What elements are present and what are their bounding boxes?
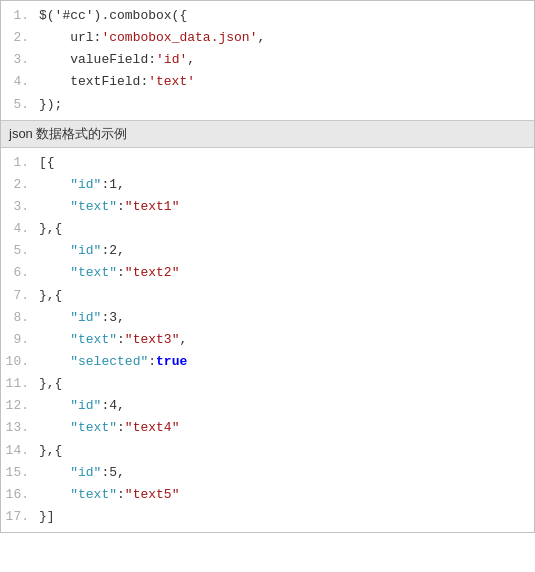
code-line: 1.[{ [1, 152, 534, 174]
line-content: url:'combobox_data.json', [39, 28, 265, 48]
line-content: }); [39, 95, 62, 115]
line-content: "text":"text1" [39, 197, 179, 217]
code-line: 10. "selected":true [1, 351, 534, 373]
line-content: "id":5, [39, 463, 125, 483]
line-content: },{ [39, 441, 62, 461]
line-number: 2. [1, 28, 39, 48]
line-number: 11. [1, 374, 39, 394]
code-line: 5. "id":2, [1, 240, 534, 262]
line-number: 1. [1, 6, 39, 26]
line-content: },{ [39, 219, 62, 239]
line-content: },{ [39, 286, 62, 306]
code-line: 5.}); [1, 94, 534, 116]
code-container: 1.$('#cc').combobox({2. url:'combobox_da… [0, 0, 535, 533]
code-line: 1.$('#cc').combobox({ [1, 5, 534, 27]
line-number: 1. [1, 153, 39, 173]
section2-code: 1.[{2. "id":1,3. "text":"text1"4.},{5. "… [1, 148, 534, 532]
line-number: 3. [1, 50, 39, 70]
code-line: 17.}] [1, 506, 534, 528]
line-content: $('#cc').combobox({ [39, 6, 187, 26]
line-content: "id":3, [39, 308, 125, 328]
line-number: 8. [1, 308, 39, 328]
line-content: }] [39, 507, 55, 527]
line-content: textField:'text' [39, 72, 195, 92]
code-line: 11.},{ [1, 373, 534, 395]
line-content: valueField:'id', [39, 50, 195, 70]
line-content: "id":2, [39, 241, 125, 261]
line-content: "text":"text5" [39, 485, 179, 505]
line-number: 17. [1, 507, 39, 527]
code-line: 4.},{ [1, 218, 534, 240]
line-number: 10. [1, 352, 39, 372]
line-number: 6. [1, 263, 39, 283]
line-content: "text":"text3", [39, 330, 187, 350]
code-line: 12. "id":4, [1, 395, 534, 417]
code-line: 2. "id":1, [1, 174, 534, 196]
line-number: 5. [1, 95, 39, 115]
line-content: "text":"text4" [39, 418, 179, 438]
code-line: 3. valueField:'id', [1, 49, 534, 71]
line-content: "id":4, [39, 396, 125, 416]
line-number: 4. [1, 219, 39, 239]
code-line: 16. "text":"text5" [1, 484, 534, 506]
line-number: 7. [1, 286, 39, 306]
line-number: 5. [1, 241, 39, 261]
code-line: 8. "id":3, [1, 307, 534, 329]
line-content: "text":"text2" [39, 263, 179, 283]
line-number: 15. [1, 463, 39, 483]
code-line: 9. "text":"text3", [1, 329, 534, 351]
line-number: 2. [1, 175, 39, 195]
section-divider: json 数据格式的示例 [1, 120, 534, 148]
line-number: 9. [1, 330, 39, 350]
line-number: 3. [1, 197, 39, 217]
section1-code: 1.$('#cc').combobox({2. url:'combobox_da… [1, 1, 534, 120]
line-content: "selected":true [39, 352, 187, 372]
code-line: 7.},{ [1, 285, 534, 307]
code-line: 15. "id":5, [1, 462, 534, 484]
code-line: 3. "text":"text1" [1, 196, 534, 218]
line-content: },{ [39, 374, 62, 394]
code-line: 14.},{ [1, 440, 534, 462]
line-number: 12. [1, 396, 39, 416]
code-line: 4. textField:'text' [1, 71, 534, 93]
code-line: 2. url:'combobox_data.json', [1, 27, 534, 49]
line-number: 16. [1, 485, 39, 505]
code-line: 13. "text":"text4" [1, 417, 534, 439]
line-number: 4. [1, 72, 39, 92]
code-line: 6. "text":"text2" [1, 262, 534, 284]
line-content: "id":1, [39, 175, 125, 195]
line-content: [{ [39, 153, 55, 173]
line-number: 14. [1, 441, 39, 461]
line-number: 13. [1, 418, 39, 438]
